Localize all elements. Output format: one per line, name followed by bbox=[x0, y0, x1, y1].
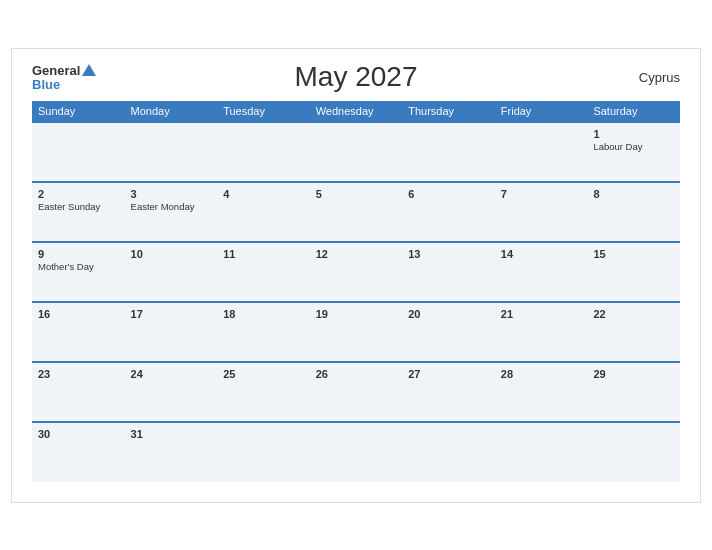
calendar-cell bbox=[402, 422, 495, 482]
calendar-cell: 23 bbox=[32, 362, 125, 422]
day-number: 13 bbox=[408, 248, 489, 260]
calendar-cell: 26 bbox=[310, 362, 403, 422]
day-number: 6 bbox=[408, 188, 489, 200]
logo-general: General bbox=[32, 64, 80, 77]
calendar-cell: 1Labour Day bbox=[587, 122, 680, 182]
calendar-cell: 15 bbox=[587, 242, 680, 302]
day-number: 3 bbox=[131, 188, 212, 200]
logo-triangle-icon bbox=[82, 64, 96, 76]
calendar-cell: 24 bbox=[125, 362, 218, 422]
country-name: Cyprus bbox=[639, 70, 680, 85]
day-number: 26 bbox=[316, 368, 397, 380]
day-number: 7 bbox=[501, 188, 582, 200]
day-event: Easter Sunday bbox=[38, 201, 119, 212]
day-number: 30 bbox=[38, 428, 119, 440]
day-number: 1 bbox=[593, 128, 674, 140]
month-title: May 2027 bbox=[295, 61, 418, 93]
calendar-cell: 25 bbox=[217, 362, 310, 422]
calendar-grid: Sunday Monday Tuesday Wednesday Thursday… bbox=[32, 101, 680, 482]
calendar-cell: 28 bbox=[495, 362, 588, 422]
calendar-cell: 30 bbox=[32, 422, 125, 482]
calendar-cell: 31 bbox=[125, 422, 218, 482]
calendar-cell: 7 bbox=[495, 182, 588, 242]
calendar-week-row: 9Mother's Day101112131415 bbox=[32, 242, 680, 302]
header-tuesday: Tuesday bbox=[217, 101, 310, 122]
calendar-cell: 4 bbox=[217, 182, 310, 242]
calendar-cell: 27 bbox=[402, 362, 495, 422]
calendar-cell bbox=[495, 122, 588, 182]
day-number: 31 bbox=[131, 428, 212, 440]
day-number: 29 bbox=[593, 368, 674, 380]
day-number: 15 bbox=[593, 248, 674, 260]
day-number: 18 bbox=[223, 308, 304, 320]
day-number: 19 bbox=[316, 308, 397, 320]
calendar-cell: 16 bbox=[32, 302, 125, 362]
day-number: 4 bbox=[223, 188, 304, 200]
weekday-header-row: Sunday Monday Tuesday Wednesday Thursday… bbox=[32, 101, 680, 122]
calendar-cell: 21 bbox=[495, 302, 588, 362]
day-number: 16 bbox=[38, 308, 119, 320]
day-number: 23 bbox=[38, 368, 119, 380]
calendar-header: General Blue May 2027 Cyprus bbox=[32, 64, 680, 91]
calendar-week-row: 1Labour Day bbox=[32, 122, 680, 182]
calendar-cell: 17 bbox=[125, 302, 218, 362]
calendar-cell: 20 bbox=[402, 302, 495, 362]
day-number: 24 bbox=[131, 368, 212, 380]
calendar-cell: 29 bbox=[587, 362, 680, 422]
calendar-cell bbox=[32, 122, 125, 182]
calendar-cell bbox=[587, 422, 680, 482]
day-event: Easter Monday bbox=[131, 201, 212, 212]
calendar-cell: 22 bbox=[587, 302, 680, 362]
calendar-cell bbox=[310, 422, 403, 482]
calendar-cell: 12 bbox=[310, 242, 403, 302]
calendar-cell: 6 bbox=[402, 182, 495, 242]
calendar-cell bbox=[125, 122, 218, 182]
calendar-cell: 2Easter Sunday bbox=[32, 182, 125, 242]
calendar-week-row: 16171819202122 bbox=[32, 302, 680, 362]
calendar-cell bbox=[217, 422, 310, 482]
day-number: 17 bbox=[131, 308, 212, 320]
day-event: Labour Day bbox=[593, 141, 674, 152]
calendar-cell: 9Mother's Day bbox=[32, 242, 125, 302]
header-sunday: Sunday bbox=[32, 101, 125, 122]
calendar-cell bbox=[217, 122, 310, 182]
day-number: 9 bbox=[38, 248, 119, 260]
day-event: Mother's Day bbox=[38, 261, 119, 272]
calendar-cell: 8 bbox=[587, 182, 680, 242]
calendar-cell bbox=[495, 422, 588, 482]
day-number: 27 bbox=[408, 368, 489, 380]
header-monday: Monday bbox=[125, 101, 218, 122]
calendar-cell: 13 bbox=[402, 242, 495, 302]
day-number: 5 bbox=[316, 188, 397, 200]
day-number: 14 bbox=[501, 248, 582, 260]
logo-blue: Blue bbox=[32, 78, 60, 91]
calendar-week-row: 23242526272829 bbox=[32, 362, 680, 422]
calendar-cell: 14 bbox=[495, 242, 588, 302]
calendar-cell: 11 bbox=[217, 242, 310, 302]
day-number: 22 bbox=[593, 308, 674, 320]
day-number: 20 bbox=[408, 308, 489, 320]
logo: General Blue bbox=[32, 64, 96, 91]
header-thursday: Thursday bbox=[402, 101, 495, 122]
calendar-cell bbox=[310, 122, 403, 182]
header-saturday: Saturday bbox=[587, 101, 680, 122]
day-number: 11 bbox=[223, 248, 304, 260]
calendar-cell: 3Easter Monday bbox=[125, 182, 218, 242]
calendar-cell bbox=[402, 122, 495, 182]
calendar-cell: 5 bbox=[310, 182, 403, 242]
header-friday: Friday bbox=[495, 101, 588, 122]
calendar-cell: 10 bbox=[125, 242, 218, 302]
calendar-cell: 19 bbox=[310, 302, 403, 362]
day-number: 28 bbox=[501, 368, 582, 380]
day-number: 21 bbox=[501, 308, 582, 320]
calendar-cell: 18 bbox=[217, 302, 310, 362]
day-number: 12 bbox=[316, 248, 397, 260]
header-wednesday: Wednesday bbox=[310, 101, 403, 122]
calendar-week-row: 3031 bbox=[32, 422, 680, 482]
calendar-week-row: 2Easter Sunday3Easter Monday45678 bbox=[32, 182, 680, 242]
day-number: 8 bbox=[593, 188, 674, 200]
calendar-container: General Blue May 2027 Cyprus Sunday Mond… bbox=[11, 48, 701, 503]
day-number: 25 bbox=[223, 368, 304, 380]
day-number: 2 bbox=[38, 188, 119, 200]
day-number: 10 bbox=[131, 248, 212, 260]
